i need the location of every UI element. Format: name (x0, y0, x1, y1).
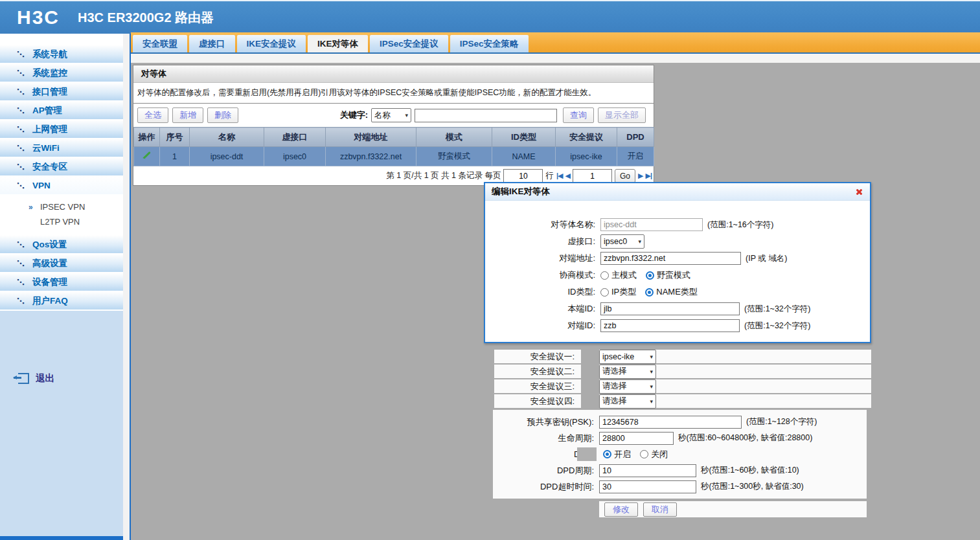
peer-id-input[interactable] (600, 319, 740, 332)
dpd-timeout-input[interactable] (599, 480, 696, 493)
field-hint: (范围:1~32个字符) (744, 304, 810, 315)
close-icon[interactable] (855, 188, 863, 196)
logout-button[interactable]: 退出 (18, 372, 123, 385)
show-all-button[interactable]: 显示全部 (598, 107, 646, 123)
chevron-down-icon: ▾ (650, 383, 653, 390)
tab-ike-peer[interactable]: IKE对等体 (308, 35, 368, 52)
last-page-icon[interactable]: ▶| (645, 172, 652, 180)
page-number-input[interactable] (573, 169, 612, 183)
sidebar-item-ipsec-vpn[interactable]: » IPSEC VPN (0, 199, 123, 214)
cancel-button[interactable]: 取消 (643, 502, 677, 517)
sidebar-item-user-faq[interactable]: ⋱ 用户FAQ (0, 292, 123, 309)
sidebar-item-qos[interactable]: ⋱ Qos设置 (0, 236, 123, 253)
sidebar-item-label: 用户FAQ (32, 295, 68, 307)
delete-button[interactable]: 删除 (207, 107, 238, 123)
menu-bullet-icon: ⋱ (17, 297, 30, 306)
per-page-input[interactable] (503, 169, 543, 183)
field-row-lifetime: 生命周期: 秒(范围:60~604800秒, 缺省值:28800) (493, 430, 867, 446)
field-label: DPD超时时间: (493, 481, 599, 493)
sidebar-item-cloud-wifi[interactable]: ⋱ 云WiFi (0, 139, 123, 157)
search-button[interactable]: 查询 (563, 107, 594, 123)
tab-ike-proposal[interactable]: IKE安全提议 (237, 35, 306, 52)
field-row-virtual-interface: 虚接口: ipsec0 ▾ (485, 233, 870, 250)
proposal-4-select[interactable]: 请选择 ▾ (599, 394, 656, 409)
pagination-rows-suffix: 行 (545, 170, 554, 181)
menu-bullet-icon: ⋱ (17, 125, 30, 134)
sidebar-item-system-nav[interactable]: ⋱ 系统导航 (0, 45, 123, 63)
name-type-radio[interactable] (645, 288, 654, 297)
ip-type-radio[interactable] (600, 288, 609, 297)
menu-bullet-icon: ⋱ (17, 240, 30, 249)
content-top-strip (131, 54, 980, 63)
proposal-3-select[interactable]: 请选择 ▾ (599, 379, 656, 394)
content-left-border (130, 34, 131, 540)
field-label: DPD周期: (493, 465, 599, 477)
col-id-type: ID类型 (492, 128, 556, 147)
chevron-down-icon: ▾ (650, 368, 653, 375)
sidebar-item-l2tp-vpn[interactable]: L2TP VPN (0, 214, 123, 229)
menu-bullet-icon: ⋱ (17, 144, 30, 153)
col-dpd: DPD (617, 128, 654, 147)
go-button[interactable]: Go (615, 169, 635, 183)
field-label: 对端ID: (485, 320, 600, 332)
h3c-logo: H3C (17, 6, 60, 28)
col-action: 操作 (134, 128, 160, 147)
sidebar-item-ap-mgmt[interactable]: ⋱ AP管理 (0, 102, 123, 119)
sidebar-item-internet-mgmt[interactable]: ⋱ 上网管理 (0, 120, 123, 138)
sidebar-item-vpn[interactable]: ⋱ VPN (0, 177, 123, 194)
dpd-on-radio[interactable] (603, 450, 611, 458)
sidebar-item-interface-mgmt[interactable]: ⋱ 接口管理 (0, 83, 123, 100)
sidebar-footer-area: 退出 (0, 311, 123, 536)
cell-action (134, 147, 160, 166)
submenu-item-label: IPSEC VPN (40, 202, 85, 212)
dpd-off-radio[interactable] (640, 450, 648, 458)
psk-input[interactable] (599, 416, 742, 429)
menu-bullet-icon: ⋱ (17, 181, 30, 190)
proposal-1-select[interactable]: ipsec-ike ▾ (599, 350, 656, 364)
prev-page-icon[interactable]: ◀ (565, 172, 570, 180)
proposal-row-1: 安全提议一: ipsec-ike ▾ (484, 350, 871, 363)
next-page-icon[interactable]: ▶ (638, 172, 643, 180)
proposal-2-value: 请选择 (602, 366, 627, 377)
add-button[interactable]: 新增 (172, 107, 203, 123)
select-all-button[interactable]: 全选 (137, 107, 168, 123)
tab-security-alliance[interactable]: 安全联盟 (133, 35, 187, 52)
field-label: 协商模式: (485, 269, 600, 281)
edit-icon[interactable] (142, 151, 152, 160)
dialog-title-bar: 编辑IKE对等体 (485, 183, 870, 201)
first-page-icon[interactable]: |◀ (556, 172, 563, 180)
proposal-2-select[interactable]: 请选择 ▾ (599, 365, 656, 379)
col-vif: 虚接口 (264, 128, 326, 147)
proposal-row-2: 安全提议二: 请选择 ▾ (484, 365, 871, 378)
radio-label: 关闭 (651, 449, 668, 460)
sidebar-item-system-monitor[interactable]: ⋱ 系统监控 (0, 64, 123, 82)
cell-vif: ipsec0 (264, 147, 326, 166)
menu-bullet-icon: ⋱ (17, 106, 30, 115)
tab-ipsec-policy[interactable]: IPSec安全策略 (450, 35, 529, 52)
tab-virtual-interface[interactable]: 虚接口 (189, 35, 235, 52)
tab-ipsec-proposal[interactable]: IPSec安全提议 (370, 35, 448, 52)
aggressive-mode-radio[interactable] (646, 271, 654, 280)
field-hint: (IP 或 域名) (746, 253, 787, 264)
peer-address-input[interactable] (600, 252, 741, 265)
main-mode-radio[interactable] (600, 271, 609, 280)
field-label: 对等体名称: (485, 219, 600, 231)
sidebar-item-device-mgmt[interactable]: ⋱ 设备管理 (0, 273, 123, 291)
submenu-arrow-icon: » (28, 203, 36, 212)
sidebar-item-label: VPN (32, 181, 51, 190)
menu-bullet-icon: ⋱ (17, 163, 30, 172)
radio-label: 开启 (614, 449, 631, 460)
col-proposal: 安全提议 (556, 128, 617, 147)
lifetime-input[interactable] (599, 432, 674, 445)
dialog-button-strip: 修改 取消 (599, 501, 867, 517)
modify-button[interactable]: 修改 (604, 502, 638, 517)
virtual-interface-select[interactable]: ipsec0 ▾ (600, 234, 644, 249)
sidebar-item-security-zone[interactable]: ⋱ 安全专区 (0, 158, 123, 175)
keyword-field-select[interactable]: 名称 ▾ (371, 108, 411, 122)
panel-title: 对等体 (133, 65, 654, 83)
dpd-interval-input[interactable] (599, 464, 696, 477)
sidebar-item-advanced[interactable]: ⋱ 高级设置 (0, 254, 123, 272)
local-id-input[interactable] (600, 302, 740, 315)
keyword-input[interactable] (415, 109, 557, 122)
dpd-disabled-box (577, 447, 597, 461)
